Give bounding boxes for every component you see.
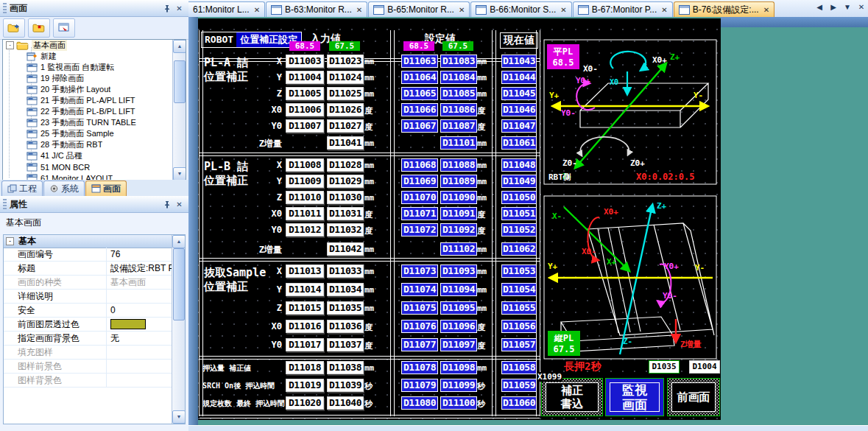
input-register-box[interactable]: D11017 <box>286 338 324 351</box>
property-value[interactable]: 无 <box>107 332 172 345</box>
input-register-box[interactable]: D11006 <box>286 103 324 116</box>
tree-item[interactable]: 新建 <box>3 51 173 62</box>
property-section-header[interactable]: - 基本 <box>4 235 185 248</box>
scroll-down-icon[interactable]: ▼ <box>173 167 186 181</box>
input-register-box[interactable]: D11016 <box>286 320 324 333</box>
drag-grip[interactable] <box>3 199 7 209</box>
property-value[interactable]: 76 <box>107 248 172 261</box>
setting-register-box[interactable]: D11069 <box>401 175 438 188</box>
document-tab[interactable]: B-65:Monitor R...✕ <box>368 1 470 17</box>
property-value[interactable]: 基本画面 <box>107 276 172 289</box>
register-display[interactable]: D1035 <box>649 360 680 374</box>
tree-item[interactable]: 41 J/C 品種 <box>3 150 173 161</box>
setting-register-box[interactable]: D11098 <box>440 361 477 374</box>
panel-tab-system[interactable]: 系統 <box>43 181 85 196</box>
setting-register-box[interactable]: D11075 <box>401 301 438 315</box>
input-register-box[interactable]: D11033 <box>327 264 364 278</box>
input-register-box[interactable]: D11023 <box>327 55 364 68</box>
input-register-box[interactable]: D11004 <box>286 71 324 84</box>
property-value[interactable] <box>107 318 172 331</box>
setting-register-box[interactable]: D11071 <box>401 207 438 220</box>
close-tab-icon[interactable]: ✕ <box>459 6 465 14</box>
monitor-screen-button[interactable]: 監視 画面 <box>605 378 664 416</box>
close-tab-icon[interactable]: ✕ <box>356 6 362 14</box>
setting-register-box[interactable]: D11065 <box>401 87 438 100</box>
input-register-box[interactable]: D11031 <box>327 207 364 220</box>
close-tab-icon[interactable]: ✕ <box>254 6 260 14</box>
input-register-box[interactable]: D11005 <box>286 87 324 100</box>
setting-register-box[interactable]: D11066 <box>401 103 438 116</box>
input-register-box[interactable]: D11038 <box>327 361 364 374</box>
property-value[interactable] <box>107 374 172 387</box>
setting-register-box[interactable]: D11067 <box>401 119 438 133</box>
tab-scroll-left-icon[interactable]: ◀ <box>815 3 824 11</box>
setting-register-box[interactable]: D11068 <box>401 158 438 172</box>
document-tab[interactable]: B-66:Monitor S...✕ <box>470 1 571 17</box>
close-tab-icon[interactable]: ✕ <box>763 6 769 14</box>
setting-register-box[interactable]: D11099 <box>440 379 477 392</box>
input-register-box[interactable]: D11042 <box>327 242 364 256</box>
setting-register-box[interactable]: D11077 <box>401 338 438 351</box>
input-register-box[interactable]: D11027 <box>327 119 364 133</box>
input-register-box[interactable]: D11030 <box>327 191 364 204</box>
input-register-box[interactable]: D11037 <box>327 338 364 351</box>
close-screen-button[interactable] <box>28 18 50 38</box>
setting-register-box[interactable]: D11101 <box>440 136 477 150</box>
input-register-box[interactable]: D11012 <box>286 223 324 236</box>
setting-register-box[interactable]: D11095 <box>440 301 477 315</box>
document-tab[interactable]: B-63:Monitor R...✕ <box>266 1 367 17</box>
setting-register-box[interactable]: D11087 <box>440 119 477 133</box>
current-register-box[interactable]: D11044 <box>501 71 537 84</box>
current-register-box[interactable]: D11045 <box>501 87 537 100</box>
current-register-box[interactable]: D11050 <box>501 191 537 204</box>
setting-register-box[interactable]: D11063 <box>401 55 438 68</box>
panel-tab-project[interactable]: 工程 <box>1 181 43 196</box>
pallet-height-badge-flat[interactable]: 68.5 <box>289 41 320 51</box>
screens-panel-titlebar[interactable]: 画面 ✕ <box>0 0 188 17</box>
input-register-box[interactable]: D11039 <box>327 379 364 392</box>
input-register-box[interactable]: D11024 <box>327 71 364 84</box>
input-register-box[interactable]: D11014 <box>286 283 324 296</box>
current-register-box[interactable]: D11053 <box>501 264 537 278</box>
setting-register-box[interactable]: D11091 <box>440 207 477 220</box>
setting-register-box[interactable]: D11073 <box>401 264 438 278</box>
current-register-box[interactable]: D11046 <box>501 103 537 116</box>
input-register-box[interactable]: D11035 <box>327 301 364 315</box>
setting-register-box[interactable]: D11078 <box>401 361 438 374</box>
correction-write-button[interactable]: 補正 書込 <box>541 378 603 416</box>
properties-panel-titlebar[interactable]: 属性 ✕ <box>0 196 188 213</box>
input-register-box[interactable]: D11011 <box>286 207 324 220</box>
scroll-down-icon[interactable]: ▼ <box>172 410 186 424</box>
tree-item[interactable]: 1 監視画面 自動運転 <box>3 62 173 73</box>
setting-register-box[interactable]: D11074 <box>401 283 438 296</box>
setting-register-box[interactable]: D11093 <box>440 264 477 278</box>
input-register-box[interactable]: D11032 <box>327 223 364 236</box>
property-value[interactable]: 設備設定:RBT PUT <box>107 262 172 275</box>
screen-design-canvas[interactable]: ROBOT 位置補正設定 入力値 設定値 現在値 68.5 67.5 68.5 … <box>198 18 721 420</box>
diagram-vertical-pallet[interactable]: Z+ Z- X- X+ XΘ+ XΘ- Y+ Y- YΘ+ YΘ- Z増量 縦P… <box>543 195 717 360</box>
input-register-box[interactable]: D11013 <box>286 264 324 278</box>
input-register-box[interactable]: D11020 <box>286 396 324 410</box>
collapse-icon[interactable]: - <box>6 237 14 245</box>
setting-register-box[interactable]: D11102 <box>440 242 477 256</box>
property-value[interactable] <box>107 360 172 373</box>
tree-item[interactable]: 51 MON BCR <box>3 161 173 172</box>
setting-register-box[interactable]: D11092 <box>440 223 477 236</box>
tree-scrollbar[interactable]: ▲ ▼ <box>172 40 186 181</box>
input-register-box[interactable]: D11007 <box>286 119 324 133</box>
setting-register-box[interactable]: D11080 <box>401 396 438 410</box>
document-tab[interactable]: B-76:設備設定:...✕ <box>674 1 775 17</box>
current-register-box[interactable]: D11048 <box>501 158 537 172</box>
tree-item-base-screens[interactable]: -基本画面 <box>3 40 173 51</box>
setting-register-box[interactable]: D11079 <box>401 379 438 392</box>
drag-grip[interactable] <box>3 3 7 13</box>
pallet-height-badge-vert[interactable]: 67.5 <box>329 41 360 51</box>
input-register-box[interactable]: D11025 <box>327 87 364 100</box>
setting-register-box[interactable]: D11097 <box>440 338 477 351</box>
pin-icon[interactable] <box>160 2 173 15</box>
diagram-flat-pallet[interactable]: 平PL 68.5 Y+ Y- Z+ Z- XΘ XΘ- XΘ+ YΘ+ YΘ- … <box>543 39 717 185</box>
setting-register-box[interactable]: D11100 <box>440 396 477 410</box>
collapse-icon[interactable]: - <box>6 41 14 49</box>
current-register-box[interactable]: D11057 <box>501 338 537 351</box>
input-register-box[interactable]: D11040 <box>327 396 364 410</box>
